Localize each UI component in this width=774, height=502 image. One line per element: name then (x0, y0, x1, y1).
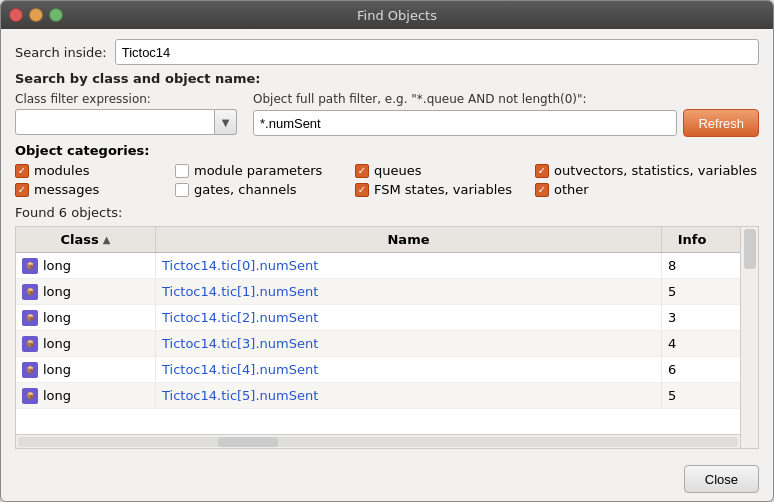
table-header: Class ▲ Name Info (16, 227, 740, 253)
footer: Close (1, 459, 773, 501)
filters-row: Class filter expression: ▼ Object full p… (15, 92, 759, 137)
td-info: 5 (662, 383, 722, 408)
class-filter-label: Class filter expression: (15, 92, 237, 106)
search-inside-label: Search inside: (15, 45, 107, 60)
column-info[interactable]: Info (662, 227, 722, 252)
categories-section: Object categories: ✓ modules module para… (15, 143, 759, 197)
close-window-button[interactable] (9, 8, 23, 22)
column-class[interactable]: Class ▲ (16, 227, 156, 252)
object-filter-input-row: Refresh (253, 109, 759, 137)
table-body: 📦 long Tictoc14.tic[0].numSent 8 📦 long … (16, 253, 740, 434)
find-objects-window: Find Objects Search inside: Search by cl… (0, 0, 774, 502)
refresh-button[interactable]: Refresh (683, 109, 759, 137)
checkbox-outvectors[interactable]: ✓ (535, 164, 549, 178)
table-row[interactable]: 📦 long Tictoc14.tic[0].numSent 8 (16, 253, 740, 279)
category-queues-label: queues (374, 163, 422, 178)
object-filter-col: Object full path filter, e.g. "*.queue A… (253, 92, 759, 137)
table-row[interactable]: 📦 long Tictoc14.tic[2].numSent 3 (16, 305, 740, 331)
category-queues[interactable]: ✓ queues (355, 163, 535, 178)
category-other[interactable]: ✓ other (535, 182, 759, 197)
h-scroll-track[interactable] (18, 437, 738, 447)
td-info: 8 (662, 253, 722, 278)
row-icon: 📦 (22, 284, 38, 300)
search-by-label: Search by class and object name: (15, 71, 261, 86)
categories-label: Object categories: (15, 143, 759, 158)
category-modules-label: modules (34, 163, 90, 178)
sort-arrow-class: ▲ (103, 234, 111, 245)
td-class: 📦 long (16, 253, 156, 278)
search-inside-row: Search inside: (15, 39, 759, 65)
category-outvectors[interactable]: ✓ outvectors, statistics, variables (535, 163, 759, 178)
category-fsm[interactable]: ✓ FSM states, variables (355, 182, 535, 197)
td-name: Tictoc14.tic[5].numSent (156, 383, 662, 408)
td-name: Tictoc14.tic[0].numSent (156, 253, 662, 278)
h-scroll-thumb[interactable] (218, 437, 278, 447)
td-class: 📦 long (16, 383, 156, 408)
category-modules[interactable]: ✓ modules (15, 163, 175, 178)
checkbox-gates[interactable] (175, 183, 189, 197)
table-row[interactable]: 📦 long Tictoc14.tic[5].numSent 5 (16, 383, 740, 409)
close-button[interactable]: Close (684, 465, 759, 493)
td-class: 📦 long (16, 331, 156, 356)
category-messages[interactable]: ✓ messages (15, 182, 175, 197)
checkbox-module-parameters[interactable] (175, 164, 189, 178)
category-gates-label: gates, channels (194, 182, 297, 197)
horizontal-scrollbar[interactable] (16, 434, 740, 448)
main-content: Search inside: Search by class and objec… (1, 29, 773, 459)
table-row[interactable]: 📦 long Tictoc14.tic[1].numSent 5 (16, 279, 740, 305)
row-icon: 📦 (22, 258, 38, 274)
class-filter-col: Class filter expression: ▼ (15, 92, 237, 135)
checkbox-queues[interactable]: ✓ (355, 164, 369, 178)
td-class: 📦 long (16, 279, 156, 304)
class-filter-dropdown-button[interactable]: ▼ (215, 109, 237, 135)
v-scroll-thumb[interactable] (744, 229, 756, 269)
td-name: Tictoc14.tic[1].numSent (156, 279, 662, 304)
class-filter-input-row: ▼ (15, 109, 237, 135)
category-other-label: other (554, 182, 589, 197)
object-filter-label: Object full path filter, e.g. "*.queue A… (253, 92, 759, 106)
vertical-scrollbar[interactable] (740, 227, 758, 448)
td-name: Tictoc14.tic[2].numSent (156, 305, 662, 330)
row-icon: 📦 (22, 336, 38, 352)
row-icon: 📦 (22, 388, 38, 404)
table-row[interactable]: 📦 long Tictoc14.tic[3].numSent 4 (16, 331, 740, 357)
titlebar: Find Objects (1, 1, 773, 29)
found-label: Found 6 objects: (15, 205, 759, 220)
column-name[interactable]: Name (156, 227, 662, 252)
category-outvectors-label: outvectors, statistics, variables (554, 163, 757, 178)
results-table: Class ▲ Name Info 📦 long (15, 226, 759, 449)
td-name: Tictoc14.tic[4].numSent (156, 357, 662, 382)
checkbox-modules[interactable]: ✓ (15, 164, 29, 178)
maximize-button[interactable] (49, 8, 63, 22)
minimize-button[interactable] (29, 8, 43, 22)
class-filter-input[interactable] (15, 109, 215, 135)
row-icon: 📦 (22, 310, 38, 326)
td-info: 5 (662, 279, 722, 304)
checkbox-other[interactable]: ✓ (535, 183, 549, 197)
table-row[interactable]: 📦 long Tictoc14.tic[4].numSent 6 (16, 357, 740, 383)
category-module-parameters[interactable]: module parameters (175, 163, 355, 178)
object-filter-input[interactable] (253, 110, 677, 136)
td-class: 📦 long (16, 305, 156, 330)
row-icon: 📦 (22, 362, 38, 378)
td-info: 3 (662, 305, 722, 330)
td-class: 📦 long (16, 357, 156, 382)
search-inside-input[interactable] (115, 39, 759, 65)
td-name: Tictoc14.tic[3].numSent (156, 331, 662, 356)
td-info: 6 (662, 357, 722, 382)
category-gates[interactable]: gates, channels (175, 182, 355, 197)
checkbox-fsm[interactable]: ✓ (355, 183, 369, 197)
td-info: 4 (662, 331, 722, 356)
category-messages-label: messages (34, 182, 99, 197)
categories-grid: ✓ modules module parameters ✓ queues ✓ o… (15, 163, 759, 197)
category-module-parameters-label: module parameters (194, 163, 322, 178)
window-title: Find Objects (69, 8, 725, 23)
category-fsm-label: FSM states, variables (374, 182, 512, 197)
checkbox-messages[interactable]: ✓ (15, 183, 29, 197)
search-by-section: Search by class and object name: (15, 71, 759, 86)
